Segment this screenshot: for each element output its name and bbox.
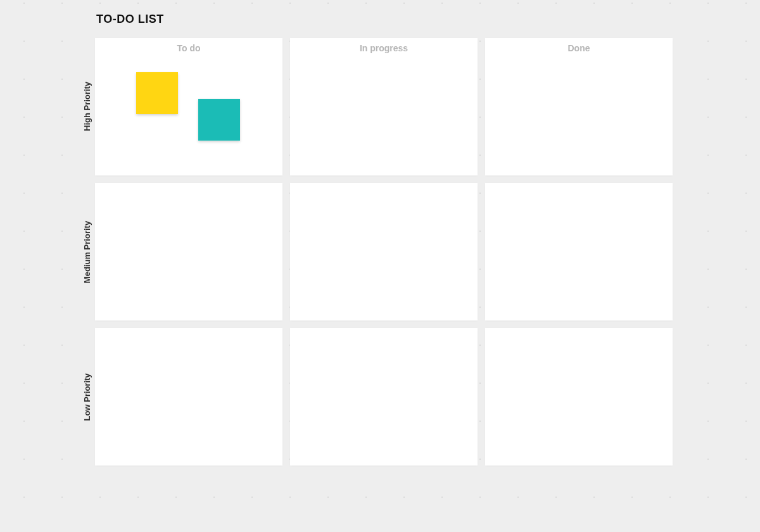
row-label-high: High Priority <box>82 82 92 131</box>
column-header-done: Done <box>485 38 673 53</box>
board-row-medium <box>95 183 673 320</box>
column-header-todo: To do <box>95 38 282 53</box>
row-label-low: Low Priority <box>82 373 92 421</box>
cell-medium-inprogress[interactable] <box>290 183 478 320</box>
column-header-in-progress: In progress <box>290 38 478 53</box>
cell-high-todo[interactable]: To do <box>95 38 282 175</box>
cell-low-done[interactable] <box>485 328 673 466</box>
board-title: TO-DO LIST <box>96 13 164 26</box>
cell-medium-done[interactable] <box>485 183 673 320</box>
sticky-note-teal[interactable] <box>198 99 240 141</box>
row-label-medium: Medium Priority <box>82 221 92 283</box>
cell-low-inprogress[interactable] <box>290 328 478 466</box>
kanban-canvas[interactable]: TO-DO LIST High Priority Medium Priority… <box>0 0 760 532</box>
cell-low-todo[interactable] <box>95 328 282 466</box>
cell-high-done[interactable]: Done <box>485 38 673 175</box>
cell-high-inprogress[interactable]: In progress <box>290 38 478 175</box>
board-row-low <box>95 328 673 466</box>
kanban-board: To do In progress Done <box>95 38 673 466</box>
board-row-high: To do In progress Done <box>95 38 673 175</box>
cell-medium-todo[interactable] <box>95 183 282 320</box>
sticky-note-yellow[interactable] <box>136 72 178 114</box>
